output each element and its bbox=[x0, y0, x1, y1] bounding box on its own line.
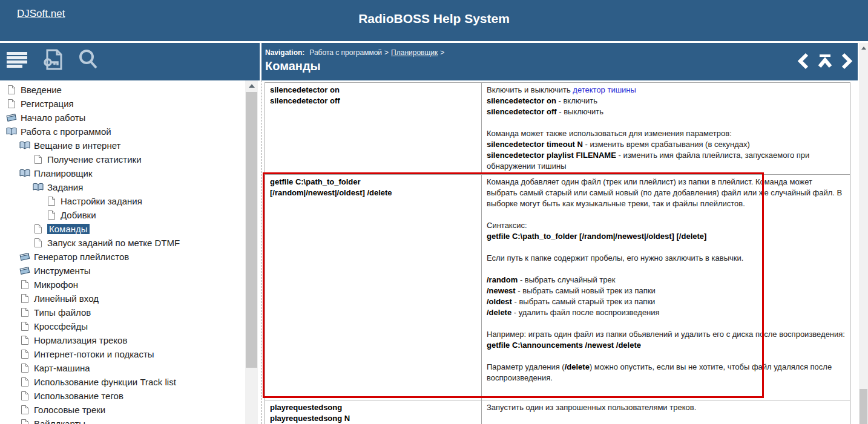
breadcrumb-separator: > bbox=[384, 48, 389, 57]
toc-scrollbar[interactable] bbox=[245, 80, 258, 424]
page-icon bbox=[19, 419, 30, 424]
toc-item-label: Вещание в интернет bbox=[34, 140, 120, 151]
topic-link[interactable]: детектор тишины bbox=[573, 85, 636, 94]
toc-item-label: Генератор плейлистов bbox=[34, 252, 129, 262]
next-topic-icon[interactable] bbox=[841, 52, 853, 70]
breadcrumb-link[interactable]: Планировщик bbox=[391, 48, 438, 57]
toc-item[interactable]: Интернет-потоки и подкасты bbox=[0, 347, 245, 361]
toc-item[interactable]: Добивки bbox=[0, 208, 245, 222]
toc-item-label: Планировщик bbox=[34, 168, 92, 178]
toc-item-label: Использование тегов bbox=[34, 391, 123, 401]
toc-item[interactable]: Настройки задания bbox=[0, 194, 245, 208]
page-icon bbox=[6, 85, 17, 95]
toc-item[interactable]: Команды bbox=[0, 222, 245, 236]
toc-item[interactable]: Запуск заданий по метке DTMF bbox=[0, 236, 245, 250]
toc-item-label: Вайлдкарты bbox=[34, 419, 85, 424]
toc-item-label: Микрофон bbox=[34, 279, 78, 290]
toc-item[interactable]: Введение bbox=[0, 83, 245, 97]
toc-item[interactable]: Кроссфейды bbox=[0, 319, 245, 333]
book-closed-icon bbox=[6, 113, 17, 122]
previous-topic-icon[interactable] bbox=[797, 52, 809, 70]
toc-item-label: Карт-машина bbox=[34, 363, 90, 373]
print-topic-icon[interactable] bbox=[42, 48, 64, 74]
page-icon bbox=[46, 210, 57, 220]
description-cell: Запустить один из запрошенных пользовате… bbox=[482, 400, 850, 424]
page-title: Команды bbox=[265, 59, 321, 73]
toc-scrollbar-thumb[interactable] bbox=[246, 92, 257, 368]
content-scrollbar[interactable] bbox=[859, 43, 868, 424]
toc-item[interactable]: Микрофон bbox=[0, 278, 245, 292]
book-open-icon bbox=[33, 183, 44, 192]
toc-item[interactable]: Типы файлов bbox=[0, 305, 245, 319]
toc-item[interactable]: Регистрация bbox=[0, 97, 245, 111]
toc-item-label: Получение статистики bbox=[47, 154, 142, 165]
toc-item[interactable]: Голосовые треки bbox=[0, 403, 245, 417]
description-cell: Включить и выключить детектор тишиныsile… bbox=[482, 83, 850, 174]
toc-item-label: Запуск заданий по метке DTMF bbox=[47, 238, 180, 248]
page-icon bbox=[19, 321, 30, 331]
page-icon bbox=[19, 349, 30, 359]
page-icon bbox=[19, 391, 30, 401]
toc-item-label: Регистрация bbox=[21, 99, 74, 109]
search-icon[interactable] bbox=[77, 49, 99, 72]
app-title: RadioBOSS Help System bbox=[0, 11, 868, 26]
toc-item-label: Типы файлов bbox=[34, 307, 91, 318]
page-icon bbox=[33, 224, 44, 234]
toc-item[interactable]: Вайлдкарты bbox=[0, 417, 245, 424]
book-open-icon bbox=[19, 141, 30, 150]
toc-item[interactable]: Использование функции Track list bbox=[0, 375, 245, 389]
toc-item-label: Использование функции Track list bbox=[34, 377, 176, 387]
toc-item[interactable]: Линейный вход bbox=[0, 292, 245, 305]
toc-item[interactable]: Нормализация треков bbox=[0, 333, 245, 347]
toc-item[interactable]: Задания bbox=[0, 180, 245, 194]
table-row: getfile C:\path_to_folder[/random|/newes… bbox=[265, 175, 850, 400]
breadcrumb-items: Работа с программой>Планировщик> bbox=[309, 48, 447, 57]
command-cell: playrequestedsongplayrequestedsong N bbox=[265, 400, 482, 424]
toc-item-label: Добивки bbox=[61, 210, 96, 220]
page-icon bbox=[46, 196, 57, 206]
breadcrumb-link[interactable]: Работа с программой bbox=[309, 48, 382, 57]
commands-table: silencedetector onsilencedetector offВкл… bbox=[265, 82, 850, 424]
content-scrollbar-thumb[interactable] bbox=[860, 389, 867, 424]
toc-item[interactable]: Работа с программой bbox=[0, 125, 245, 139]
toc-item-label: Голосовые треки bbox=[34, 405, 105, 415]
toc-item-label: Интернет-потоки и подкасты bbox=[34, 349, 154, 359]
breadcrumb-bar: Navigation:Работа с программой>Планировщ… bbox=[261, 43, 858, 80]
scroll-up-button[interactable] bbox=[859, 43, 868, 53]
toc-item-label: Нормализация треков bbox=[34, 335, 127, 345]
toc-item[interactable]: Получение статистики bbox=[0, 152, 245, 166]
page-icon bbox=[33, 238, 44, 248]
header-bar: DJSoft.net RadioBOSS Help System bbox=[0, 0, 868, 41]
breadcrumb: Navigation:Работа с программой>Планировщ… bbox=[265, 48, 447, 57]
page-icon bbox=[6, 99, 17, 109]
scroll-up-button[interactable] bbox=[245, 80, 258, 91]
command-cell: silencedetector onsilencedetector off bbox=[265, 83, 482, 174]
breadcrumb-separator: > bbox=[440, 48, 444, 57]
command-cell: getfile C:\path_to_folder[/random|/newes… bbox=[265, 175, 482, 400]
top-of-page-icon[interactable] bbox=[817, 52, 833, 70]
toc-item[interactable]: Генератор плейлистов bbox=[0, 250, 245, 264]
toc-panel: ВведениеРегистрацияНачало работыРабота с… bbox=[0, 80, 245, 424]
sidebar-toolbar bbox=[0, 43, 260, 80]
menu-icon[interactable] bbox=[7, 52, 27, 69]
toc-item-label: Работа с программой bbox=[21, 126, 111, 137]
toc-item[interactable]: Использование тегов bbox=[0, 389, 245, 403]
toc-item[interactable]: Планировщик bbox=[0, 166, 245, 180]
toc-item[interactable]: Начало работы bbox=[0, 111, 245, 125]
toc-item-label: Команды bbox=[47, 224, 90, 234]
breadcrumb-label: Navigation: bbox=[265, 48, 304, 57]
page-icon bbox=[19, 405, 30, 415]
page-icon bbox=[19, 363, 30, 373]
toc-item[interactable]: Инструменты bbox=[0, 264, 245, 278]
page-icon bbox=[19, 377, 30, 387]
book-open-icon bbox=[6, 127, 17, 136]
book-closed-icon bbox=[19, 266, 30, 275]
toc-item-label: Начало работы bbox=[21, 113, 85, 123]
toc-item-label: Инструменты bbox=[34, 266, 91, 276]
page-icon bbox=[19, 335, 30, 345]
book-open-icon bbox=[19, 169, 30, 178]
toc-item[interactable]: Карт-машина bbox=[0, 361, 245, 375]
toc-item[interactable]: Вещание в интернет bbox=[0, 139, 245, 152]
toc-item-label: Линейный вход bbox=[34, 293, 99, 304]
table-row: playrequestedsongplayrequestedsong NЗапу… bbox=[265, 400, 850, 424]
